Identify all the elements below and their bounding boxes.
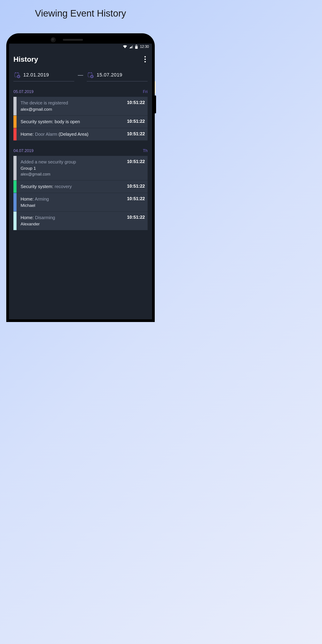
event-time: 10:51:22 <box>127 119 145 124</box>
event-prefix: Home: <box>20 215 35 220</box>
svg-rect-2 <box>135 46 138 49</box>
event-prefix: Security system: <box>20 119 54 124</box>
event-title: The device is registered <box>20 100 68 105</box>
phone-power-button <box>155 81 156 94</box>
cell-signal-icon <box>129 45 133 48</box>
svg-line-9 <box>18 76 19 77</box>
event-prefix: Security system: <box>20 184 54 189</box>
event-stripe <box>14 180 16 193</box>
event-row[interactable]: Home: DisarmingAlexander10:51:22 <box>14 212 148 230</box>
event-row[interactable]: Security system: body is open10:51:22 <box>14 116 148 128</box>
status-bar: 12:30 <box>9 44 152 50</box>
calendar-clock-icon <box>87 72 94 78</box>
date-from-text: 12.01.2019 <box>23 72 49 78</box>
event-time: 10:51:22 <box>127 100 145 105</box>
phone-volume-button <box>155 96 156 113</box>
event-stripe <box>14 193 16 212</box>
event-time: 10:51:22 <box>127 131 145 136</box>
status-time: 12:30 <box>140 45 149 49</box>
event-sub: Michael <box>20 202 49 208</box>
section-date: 04.07.2019 <box>14 148 34 153</box>
page-title: History <box>14 55 38 64</box>
event-row[interactable]: The device is registeredalex@gmail.com10… <box>14 97 148 116</box>
section-day: Th <box>143 148 148 153</box>
event-mid: Arming <box>35 196 49 202</box>
date-from-field[interactable]: 12.01.2019 <box>14 70 74 82</box>
earpiece-speaker <box>63 39 83 41</box>
event-sub: Group 1 <box>20 166 76 171</box>
svg-rect-0 <box>136 45 137 45</box>
event-mid: Disarming <box>35 215 55 220</box>
more-menu-button[interactable] <box>143 54 148 64</box>
event-mid: Door Alarm <box>35 132 58 137</box>
event-stripe <box>14 97 16 116</box>
front-camera <box>51 38 55 42</box>
event-sub: alex@gmail.com <box>20 106 68 112</box>
more-icon <box>144 56 146 58</box>
event-time: 10:51:22 <box>127 196 145 201</box>
event-row[interactable]: Security system: recovery10:51:22 <box>14 180 148 193</box>
event-row[interactable]: Home: Door Alarm (Delayed Area)10:51:22 <box>14 128 148 140</box>
wifi-icon <box>123 45 127 48</box>
event-time: 10:51:22 <box>127 184 145 189</box>
date-to-text: 15.07.2019 <box>96 72 122 78</box>
section-day: Fri <box>143 90 148 94</box>
calendar-clock-icon <box>14 72 20 78</box>
event-row[interactable]: Home: ArmingMichael10:51:22 <box>14 193 148 212</box>
event-row[interactable]: Added a new security groupGroup 1alex@gm… <box>14 156 148 180</box>
event-stripe <box>14 156 16 180</box>
event-sub: Alexander <box>20 221 55 227</box>
event-prefix: Home: <box>20 132 35 137</box>
event-prefix: Home: <box>20 196 35 202</box>
svg-line-16 <box>92 76 92 77</box>
event-time: 10:51:22 <box>127 159 145 164</box>
event-title: Added a new security group <box>20 160 76 164</box>
event-mid: recovery <box>54 184 72 189</box>
battery-icon <box>135 45 138 49</box>
date-range-separator: — <box>78 72 83 80</box>
event-suffix: (Delayed Area) <box>58 132 88 137</box>
event-rest: body is open <box>54 119 80 124</box>
event-time: 10:51:22 <box>127 215 145 220</box>
phone-frame: 12:30 History <box>6 33 155 322</box>
section-date: 05.07.2019 <box>14 90 34 94</box>
event-stripe <box>14 212 16 230</box>
event-sub2: alex@gmail.com <box>20 172 76 177</box>
date-to-field[interactable]: 15.07.2019 <box>87 70 148 82</box>
event-stripe <box>14 128 16 140</box>
promo-title: Viewing Event History <box>0 0 161 19</box>
event-stripe <box>14 116 16 128</box>
phone-notch <box>9 36 152 44</box>
